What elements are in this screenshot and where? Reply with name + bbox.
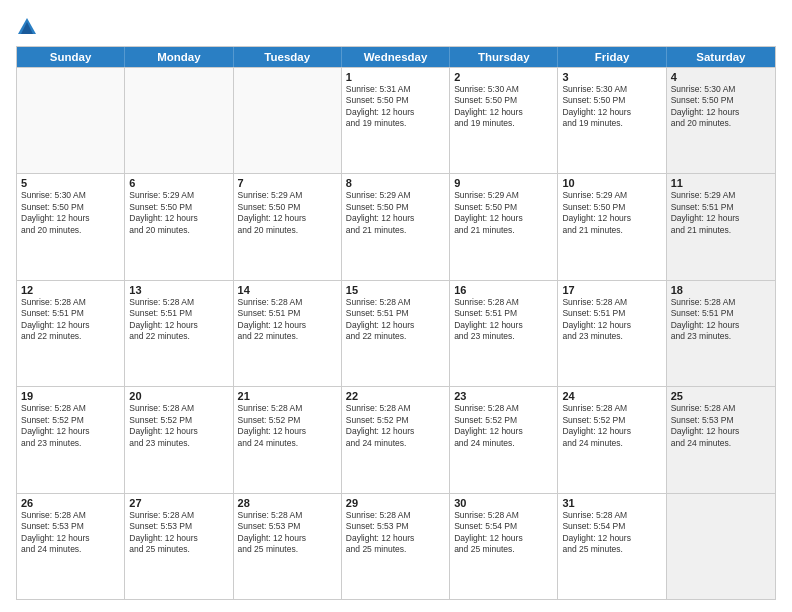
header (16, 12, 776, 38)
cal-cell-8: 8Sunrise: 5:29 AM Sunset: 5:50 PM Daylig… (342, 174, 450, 279)
page: SundayMondayTuesdayWednesdayThursdayFrid… (0, 0, 792, 612)
header-day-saturday: Saturday (667, 47, 775, 67)
cal-cell-empty-4-6 (667, 494, 775, 599)
cal-cell-27: 27Sunrise: 5:28 AM Sunset: 5:53 PM Dayli… (125, 494, 233, 599)
cal-cell-empty-0-1 (125, 68, 233, 173)
day-number: 21 (238, 390, 337, 402)
day-number: 27 (129, 497, 228, 509)
cal-cell-empty-0-0 (17, 68, 125, 173)
day-number: 31 (562, 497, 661, 509)
cal-cell-14: 14Sunrise: 5:28 AM Sunset: 5:51 PM Dayli… (234, 281, 342, 386)
cal-cell-22: 22Sunrise: 5:28 AM Sunset: 5:52 PM Dayli… (342, 387, 450, 492)
day-number: 26 (21, 497, 120, 509)
day-info: Sunrise: 5:29 AM Sunset: 5:50 PM Dayligh… (454, 190, 523, 234)
day-info: Sunrise: 5:28 AM Sunset: 5:53 PM Dayligh… (238, 510, 307, 554)
day-number: 7 (238, 177, 337, 189)
calendar-header: SundayMondayTuesdayWednesdayThursdayFrid… (17, 47, 775, 67)
cal-cell-20: 20Sunrise: 5:28 AM Sunset: 5:52 PM Dayli… (125, 387, 233, 492)
day-number: 9 (454, 177, 553, 189)
day-info: Sunrise: 5:28 AM Sunset: 5:52 PM Dayligh… (454, 403, 523, 447)
cal-cell-31: 31Sunrise: 5:28 AM Sunset: 5:54 PM Dayli… (558, 494, 666, 599)
day-info: Sunrise: 5:28 AM Sunset: 5:54 PM Dayligh… (454, 510, 523, 554)
day-info: Sunrise: 5:28 AM Sunset: 5:51 PM Dayligh… (21, 297, 90, 341)
day-number: 1 (346, 71, 445, 83)
day-number: 8 (346, 177, 445, 189)
day-info: Sunrise: 5:28 AM Sunset: 5:53 PM Dayligh… (129, 510, 198, 554)
logo-icon (16, 16, 38, 38)
day-info: Sunrise: 5:28 AM Sunset: 5:53 PM Dayligh… (346, 510, 415, 554)
day-number: 28 (238, 497, 337, 509)
header-day-wednesday: Wednesday (342, 47, 450, 67)
calendar-row-4: 19Sunrise: 5:28 AM Sunset: 5:52 PM Dayli… (17, 386, 775, 492)
day-number: 16 (454, 284, 553, 296)
cal-cell-empty-0-2 (234, 68, 342, 173)
cal-cell-11: 11Sunrise: 5:29 AM Sunset: 5:51 PM Dayli… (667, 174, 775, 279)
day-info: Sunrise: 5:28 AM Sunset: 5:54 PM Dayligh… (562, 510, 631, 554)
day-number: 10 (562, 177, 661, 189)
cal-cell-21: 21Sunrise: 5:28 AM Sunset: 5:52 PM Dayli… (234, 387, 342, 492)
cal-cell-4: 4Sunrise: 5:30 AM Sunset: 5:50 PM Daylig… (667, 68, 775, 173)
day-info: Sunrise: 5:30 AM Sunset: 5:50 PM Dayligh… (562, 84, 631, 128)
calendar-body: 1Sunrise: 5:31 AM Sunset: 5:50 PM Daylig… (17, 67, 775, 599)
cal-cell-9: 9Sunrise: 5:29 AM Sunset: 5:50 PM Daylig… (450, 174, 558, 279)
day-number: 25 (671, 390, 771, 402)
day-number: 3 (562, 71, 661, 83)
day-number: 5 (21, 177, 120, 189)
cal-cell-2: 2Sunrise: 5:30 AM Sunset: 5:50 PM Daylig… (450, 68, 558, 173)
logo (16, 16, 40, 38)
cal-cell-30: 30Sunrise: 5:28 AM Sunset: 5:54 PM Dayli… (450, 494, 558, 599)
day-info: Sunrise: 5:29 AM Sunset: 5:51 PM Dayligh… (671, 190, 740, 234)
day-info: Sunrise: 5:28 AM Sunset: 5:51 PM Dayligh… (671, 297, 740, 341)
day-number: 19 (21, 390, 120, 402)
day-number: 18 (671, 284, 771, 296)
day-number: 24 (562, 390, 661, 402)
header-day-tuesday: Tuesday (234, 47, 342, 67)
day-info: Sunrise: 5:28 AM Sunset: 5:51 PM Dayligh… (129, 297, 198, 341)
day-number: 11 (671, 177, 771, 189)
cal-cell-3: 3Sunrise: 5:30 AM Sunset: 5:50 PM Daylig… (558, 68, 666, 173)
day-number: 15 (346, 284, 445, 296)
header-day-monday: Monday (125, 47, 233, 67)
day-info: Sunrise: 5:29 AM Sunset: 5:50 PM Dayligh… (562, 190, 631, 234)
day-number: 20 (129, 390, 228, 402)
cal-cell-5: 5Sunrise: 5:30 AM Sunset: 5:50 PM Daylig… (17, 174, 125, 279)
day-number: 14 (238, 284, 337, 296)
day-info: Sunrise: 5:29 AM Sunset: 5:50 PM Dayligh… (346, 190, 415, 234)
cal-cell-17: 17Sunrise: 5:28 AM Sunset: 5:51 PM Dayli… (558, 281, 666, 386)
cal-cell-28: 28Sunrise: 5:28 AM Sunset: 5:53 PM Dayli… (234, 494, 342, 599)
day-info: Sunrise: 5:28 AM Sunset: 5:51 PM Dayligh… (454, 297, 523, 341)
header-day-thursday: Thursday (450, 47, 558, 67)
day-number: 29 (346, 497, 445, 509)
day-info: Sunrise: 5:30 AM Sunset: 5:50 PM Dayligh… (454, 84, 523, 128)
day-info: Sunrise: 5:28 AM Sunset: 5:51 PM Dayligh… (562, 297, 631, 341)
day-info: Sunrise: 5:28 AM Sunset: 5:52 PM Dayligh… (21, 403, 90, 447)
cal-cell-26: 26Sunrise: 5:28 AM Sunset: 5:53 PM Dayli… (17, 494, 125, 599)
cal-cell-7: 7Sunrise: 5:29 AM Sunset: 5:50 PM Daylig… (234, 174, 342, 279)
cal-cell-13: 13Sunrise: 5:28 AM Sunset: 5:51 PM Dayli… (125, 281, 233, 386)
day-number: 13 (129, 284, 228, 296)
cal-cell-15: 15Sunrise: 5:28 AM Sunset: 5:51 PM Dayli… (342, 281, 450, 386)
cal-cell-24: 24Sunrise: 5:28 AM Sunset: 5:52 PM Dayli… (558, 387, 666, 492)
header-day-friday: Friday (558, 47, 666, 67)
day-number: 30 (454, 497, 553, 509)
cal-cell-16: 16Sunrise: 5:28 AM Sunset: 5:51 PM Dayli… (450, 281, 558, 386)
day-number: 4 (671, 71, 771, 83)
day-info: Sunrise: 5:29 AM Sunset: 5:50 PM Dayligh… (129, 190, 198, 234)
day-number: 17 (562, 284, 661, 296)
day-number: 22 (346, 390, 445, 402)
day-info: Sunrise: 5:28 AM Sunset: 5:52 PM Dayligh… (129, 403, 198, 447)
day-info: Sunrise: 5:28 AM Sunset: 5:52 PM Dayligh… (562, 403, 631, 447)
day-info: Sunrise: 5:28 AM Sunset: 5:51 PM Dayligh… (346, 297, 415, 341)
day-number: 23 (454, 390, 553, 402)
cal-cell-29: 29Sunrise: 5:28 AM Sunset: 5:53 PM Dayli… (342, 494, 450, 599)
day-number: 12 (21, 284, 120, 296)
day-info: Sunrise: 5:30 AM Sunset: 5:50 PM Dayligh… (21, 190, 90, 234)
day-info: Sunrise: 5:28 AM Sunset: 5:52 PM Dayligh… (238, 403, 307, 447)
calendar-row-5: 26Sunrise: 5:28 AM Sunset: 5:53 PM Dayli… (17, 493, 775, 599)
calendar-row-2: 5Sunrise: 5:30 AM Sunset: 5:50 PM Daylig… (17, 173, 775, 279)
cal-cell-23: 23Sunrise: 5:28 AM Sunset: 5:52 PM Dayli… (450, 387, 558, 492)
day-info: Sunrise: 5:31 AM Sunset: 5:50 PM Dayligh… (346, 84, 415, 128)
calendar: SundayMondayTuesdayWednesdayThursdayFrid… (16, 46, 776, 600)
day-info: Sunrise: 5:28 AM Sunset: 5:53 PM Dayligh… (21, 510, 90, 554)
cal-cell-18: 18Sunrise: 5:28 AM Sunset: 5:51 PM Dayli… (667, 281, 775, 386)
